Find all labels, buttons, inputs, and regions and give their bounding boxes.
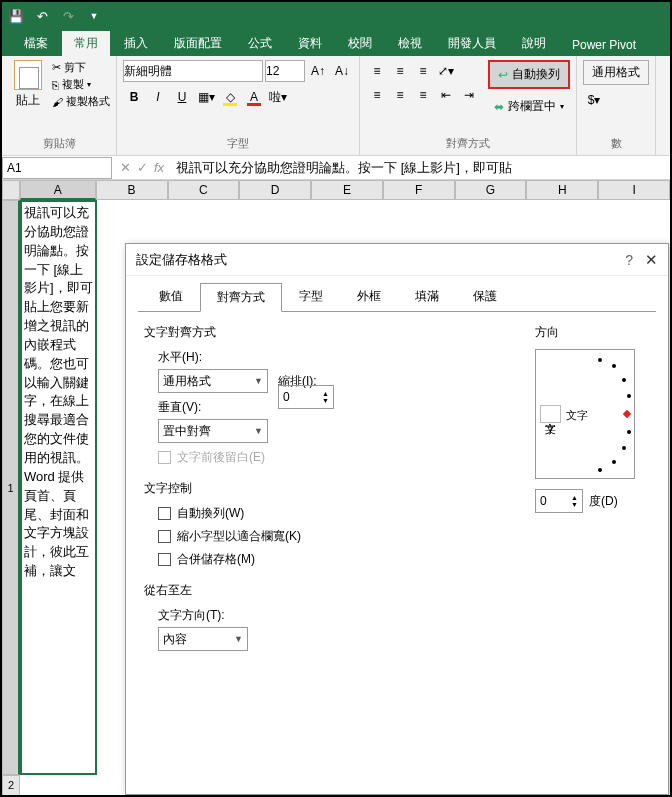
orientation-button[interactable]: ⤢▾ [435,60,457,82]
align-left-button[interactable]: ≡ [366,84,388,106]
border-button[interactable]: ▦▾ [195,86,217,108]
undo-icon[interactable]: ↶ [34,8,50,24]
paste-button[interactable]: 貼上 [8,60,48,109]
align-right-button[interactable]: ≡ [412,84,434,106]
indent-spinner[interactable]: 0▲▼ [278,385,334,409]
qat-dropdown-icon[interactable]: ▼ [86,8,102,24]
copy-button[interactable]: ⎘複製 ▾ [52,77,110,92]
tab-view[interactable]: 檢視 [386,31,434,56]
cell-a1[interactable]: 視訊可以充分協助您證明論點。按一下 [線上影片]，即可貼上您要新增之視訊的內嵌程… [20,200,97,775]
help-icon[interactable]: ? [625,252,633,268]
font-color-button[interactable]: A [243,86,265,108]
wrap-text-label: 自動換列(W) [177,505,244,522]
group-number: 通用格式 $▾ 數 [577,56,656,155]
tab-home[interactable]: 常用 [62,31,110,56]
paste-label: 貼上 [16,92,40,109]
justify-checkbox [158,451,171,464]
col-header-b[interactable]: B [96,180,168,200]
wrap-text-checkbox[interactable] [158,507,171,520]
chevron-down-icon: ▼ [234,634,243,644]
cancel-icon[interactable]: ✕ [120,160,131,175]
underline-button[interactable]: U [171,86,193,108]
group-label: 剪貼簿 [8,136,110,151]
dialog-titlebar[interactable]: 設定儲存格格式 ? ✕ [126,244,668,276]
col-header-e[interactable]: E [311,180,383,200]
format-cells-dialog: 設定儲存格格式 ? ✕ 數值 對齊方式 字型 外框 填滿 保護 文字對齊方式 水… [125,243,669,795]
tab-help[interactable]: 說明 [510,31,558,56]
decrease-indent-button[interactable]: ⇤ [435,84,457,106]
number-format-select[interactable]: 通用格式 [583,60,649,85]
increase-font-button[interactable]: A↑ [307,60,329,82]
redo-icon[interactable]: ↷ [60,8,76,24]
tab-formulas[interactable]: 公式 [236,31,284,56]
font-size-select[interactable] [265,60,305,82]
align-center-button[interactable]: ≡ [389,84,411,106]
col-header-c[interactable]: C [168,180,240,200]
group-font: A↑ A↓ B I U ▦▾ ◇ A 啦▾ 字型 [117,56,360,155]
bold-button[interactable]: B [123,86,145,108]
align-bottom-button[interactable]: ≡ [412,60,434,82]
name-box[interactable] [2,157,112,179]
increase-indent-button[interactable]: ⇥ [458,84,480,106]
fx-icon[interactable]: fx [154,160,164,175]
text-direction-combo[interactable]: 內容▼ [158,627,248,651]
orientation-control[interactable]: 文字 文字 [535,349,635,479]
tab-insert[interactable]: 插入 [112,31,160,56]
text-direction-label: 文字方向(T): [158,607,515,624]
dlg-tab-protection[interactable]: 保護 [456,282,514,311]
dlg-tab-font[interactable]: 字型 [282,282,340,311]
text-control-label: 文字控制 [144,480,515,497]
tab-file[interactable]: 檔案 [12,31,60,56]
vertical-combo[interactable]: 置中對齊▼ [158,419,268,443]
italic-button[interactable]: I [147,86,169,108]
tab-review[interactable]: 校閱 [336,31,384,56]
formula-bar[interactable]: 視訊可以充分協助您證明論點。按一下 [線上影片]，即可貼 [172,159,670,177]
col-header-d[interactable]: D [239,180,311,200]
merge-center-button[interactable]: ⬌ 跨欄置中 ▾ [488,95,570,118]
chevron-down-icon: ▼ [254,426,263,436]
col-header-i[interactable]: I [598,180,670,200]
shrink-checkbox[interactable] [158,530,171,543]
font-name-select[interactable] [123,60,263,82]
tab-layout[interactable]: 版面配置 [162,31,234,56]
row-header-2[interactable]: 2 [2,775,20,796]
angle-handle[interactable] [623,410,631,418]
select-all-corner[interactable] [2,180,20,200]
col-header-f[interactable]: F [383,180,455,200]
align-middle-button[interactable]: ≡ [389,60,411,82]
dlg-tab-number[interactable]: 數值 [142,282,200,311]
currency-button[interactable]: $▾ [583,89,605,111]
format-painter-button[interactable]: 🖌複製格式 [52,94,110,109]
cut-button[interactable]: ✂剪下 [52,60,110,75]
decrease-font-button[interactable]: A↓ [331,60,353,82]
dlg-tab-fill[interactable]: 填滿 [398,282,456,311]
group-alignment: ≡ ≡ ≡ ⤢▾ ≡ ≡ ≡ ⇤ ⇥ ↩ 自動換列 [360,56,577,155]
tab-developer[interactable]: 開發人員 [436,31,508,56]
col-header-g[interactable]: G [455,180,527,200]
wrap-text-button[interactable]: ↩ 自動換列 [488,60,570,89]
spin-down-icon[interactable]: ▼ [322,397,329,404]
spin-up-icon[interactable]: ▲ [571,494,578,501]
enter-icon[interactable]: ✓ [137,160,148,175]
horizontal-combo[interactable]: 通用格式▼ [158,369,268,393]
spin-up-icon[interactable]: ▲ [322,390,329,397]
tab-powerpivot[interactable]: Power Pivot [560,34,648,56]
group-label: 字型 [123,136,353,151]
dlg-tab-border[interactable]: 外框 [340,282,398,311]
row-header-1[interactable]: 1 [2,200,20,775]
close-icon[interactable]: ✕ [645,251,658,269]
merge-checkbox[interactable] [158,553,171,566]
degree-spinner[interactable]: 0▲▼ [535,489,583,513]
phonetic-button[interactable]: 啦▾ [267,86,289,108]
save-icon[interactable]: 💾 [8,8,24,24]
orientation-label: 方向 [535,324,650,341]
tab-data[interactable]: 資料 [286,31,334,56]
align-top-button[interactable]: ≡ [366,60,388,82]
spin-down-icon[interactable]: ▼ [571,501,578,508]
brush-icon: 🖌 [52,96,63,108]
col-header-h[interactable]: H [526,180,598,200]
fill-color-button[interactable]: ◇ [219,86,241,108]
vertical-text-sample: 文字 [540,405,561,423]
col-header-a[interactable]: A [20,180,96,200]
dlg-tab-alignment[interactable]: 對齊方式 [200,283,282,312]
